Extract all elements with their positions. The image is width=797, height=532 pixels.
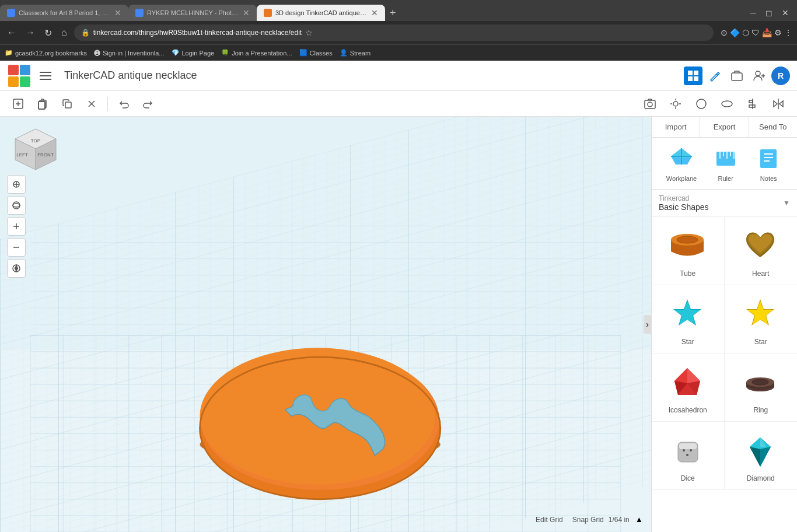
zoom-in-button[interactable]: [7, 217, 26, 236]
shape-tube[interactable]: Tube: [652, 217, 725, 285]
new-tab-button[interactable]: +: [385, 7, 401, 19]
back-button[interactable]: ←: [5, 25, 19, 40]
shapes-grid: Tube Heart: [652, 217, 797, 490]
snap-grid-increment[interactable]: ▲: [634, 514, 644, 525]
add-user-button[interactable]: [749, 66, 769, 86]
orbit-button[interactable]: [7, 196, 26, 215]
bookmark-3[interactable]: 💎 Login Page: [172, 49, 215, 57]
bookmark-5-icon: 🟦: [299, 49, 307, 57]
ruler-label: Ruler: [718, 175, 733, 182]
clipboard-button[interactable]: [32, 94, 54, 114]
ext-icon-2[interactable]: 🔷: [730, 28, 740, 37]
ext-icon-6[interactable]: ⚙: [774, 28, 782, 37]
address-bar: ← → ↻ ⌂ 🔒 tinkercad.com/things/hwR0Stbuw…: [0, 21, 797, 44]
ext-icon-4[interactable]: 🛡: [751, 28, 760, 37]
notes-icon: [754, 145, 782, 173]
tab-1[interactable]: Classwork for Art 8 Period 1, M... ✕: [0, 5, 128, 21]
dice-label: Dice: [681, 474, 695, 482]
category-path: Tinkercad: [659, 194, 709, 202]
logo-cell-green: [20, 76, 30, 87]
bookmark-6[interactable]: 👤 Stream: [340, 49, 370, 57]
fit-view-button[interactable]: [7, 175, 26, 194]
shape-star-yellow[interactable]: Star: [725, 285, 798, 354]
tab-1-close[interactable]: ✕: [114, 8, 121, 18]
shape-icosahedron[interactable]: Icosahedron: [652, 354, 725, 422]
svg-text:TOP: TOP: [31, 138, 40, 144]
mirror-button[interactable]: [767, 93, 790, 114]
tab-3-close[interactable]: ✕: [371, 8, 378, 18]
panel-toggle-button[interactable]: ›: [644, 315, 651, 334]
maximize-button[interactable]: ◻: [762, 7, 776, 19]
shape-ring[interactable]: Ring: [725, 354, 798, 422]
notes-tool[interactable]: Notes: [754, 145, 782, 182]
export-button[interactable]: Export: [700, 117, 749, 137]
menu-icon-button[interactable]: [36, 66, 55, 85]
forward-button[interactable]: →: [23, 25, 37, 40]
tab-2[interactable]: RYKER MCELHINNEY - Photo Do... ✕: [128, 5, 257, 21]
new-button[interactable]: [7, 94, 29, 114]
import-button[interactable]: Import: [652, 117, 700, 137]
redo-button[interactable]: [137, 94, 159, 114]
tab-2-close[interactable]: ✕: [243, 8, 250, 18]
toolbar: [0, 91, 797, 117]
shape-button-2[interactable]: [715, 93, 739, 114]
canvas-bottom: Edit Grid Snap Grid 1/64 in ▲: [536, 514, 644, 525]
bookmarks-bar: 📁 gcasdk12.org bookmarks 🅘 Sign-in | Inv…: [0, 44, 797, 61]
ruler-tool[interactable]: Ruler: [712, 145, 740, 182]
bookmark-1-icon: 📁: [5, 49, 13, 57]
undo-button[interactable]: [113, 94, 135, 114]
svg-point-26: [722, 101, 732, 107]
snap-grid-label: Snap Grid: [572, 516, 604, 524]
build-button[interactable]: [705, 66, 725, 86]
panel-category[interactable]: Tinkercad Basic Shapes ▼: [652, 190, 797, 217]
shape-button-1[interactable]: [690, 93, 713, 114]
shape-star-blue[interactable]: Star: [652, 285, 725, 354]
orientation-cube[interactable]: TOP LEFT FRONT: [9, 126, 56, 173]
shape-dice[interactable]: Dice: [652, 422, 725, 490]
canvas-area[interactable]: TOP LEFT FRONT: [0, 117, 651, 532]
ext-icon-5[interactable]: 📥: [762, 28, 772, 37]
zoom-out-button[interactable]: [7, 238, 26, 257]
tab-1-favicon: [7, 9, 15, 17]
svg-rect-1: [40, 75, 51, 76]
panel-tools: Workplane Ruler: [652, 138, 797, 190]
close-window-button[interactable]: ✕: [778, 7, 792, 19]
align-button[interactable]: [741, 93, 764, 114]
compass-button[interactable]: [7, 259, 26, 278]
minimize-button[interactable]: ─: [747, 7, 760, 19]
bookmark-6-label: Stream: [350, 50, 370, 57]
projects-button[interactable]: [727, 66, 747, 86]
workplane-tool[interactable]: Workplane: [666, 145, 697, 182]
category-name: Basic Shapes: [659, 202, 709, 212]
edit-grid-label[interactable]: Edit Grid: [536, 516, 563, 524]
address-input[interactable]: 🔒 tinkercad.com/things/hwR0Stbuw1t-tinke…: [74, 24, 714, 41]
workplane-label: Workplane: [666, 175, 697, 182]
light-button[interactable]: [664, 93, 687, 114]
svg-text:FRONT: FRONT: [37, 152, 54, 158]
heart-icon: [740, 226, 781, 267]
tab-3[interactable]: 3D design TinkerCAD antique ne... ✕: [257, 5, 385, 21]
shape-heart[interactable]: Heart: [725, 217, 798, 285]
bookmark-2[interactable]: 🅘 Sign-in | Inventionla...: [94, 50, 165, 57]
bookmark-star-icon[interactable]: ☆: [305, 28, 313, 37]
copy-button[interactable]: [56, 94, 78, 114]
ext-icon-3[interactable]: ⬡: [742, 28, 749, 37]
send-to-button[interactable]: Send To: [749, 117, 797, 137]
shape-diamond[interactable]: Diamond: [725, 422, 798, 490]
menu-button[interactable]: ⋮: [784, 28, 792, 37]
bookmark-1[interactable]: 📁 gcasdk12.org bookmarks: [5, 49, 87, 57]
home-button[interactable]: ⌂: [59, 25, 69, 40]
ring-label: Ring: [753, 406, 768, 414]
bookmark-4[interactable]: 🍀 Join a Presentation...: [221, 49, 292, 57]
refresh-button[interactable]: ↻: [42, 25, 54, 41]
user-avatar[interactable]: R: [771, 66, 790, 85]
grid-view-button[interactable]: [684, 66, 702, 85]
notes-label: Notes: [760, 175, 777, 182]
delete-button[interactable]: [81, 94, 103, 114]
bookmark-5[interactable]: 🟦 Classes: [299, 49, 333, 57]
camera-button[interactable]: [638, 93, 662, 114]
ext-icon-1[interactable]: ⊙: [721, 28, 728, 37]
bookmark-6-icon: 👤: [340, 49, 348, 57]
toolbar-separator-1: [107, 97, 108, 111]
logo-cell-red: [8, 65, 19, 75]
